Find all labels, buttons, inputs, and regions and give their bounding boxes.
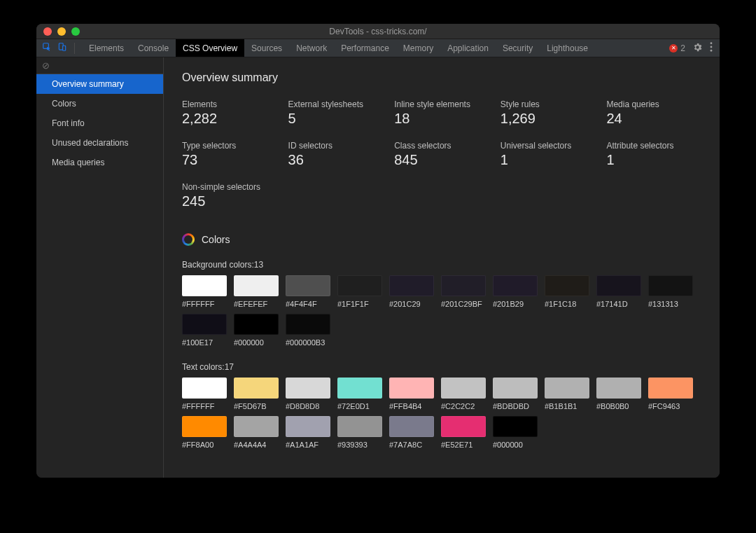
color-swatch[interactable]: #A1A1AF bbox=[286, 416, 330, 449]
color-swatch[interactable]: #201B29 bbox=[493, 275, 538, 308]
color-swatch[interactable]: #FC9463 bbox=[648, 378, 693, 410]
tab-css-overview[interactable]: CSS Overview bbox=[176, 39, 244, 57]
color-swatch[interactable]: #EFEFEF bbox=[234, 275, 279, 308]
sidebar-item-unused-declarations[interactable]: Unused declarations bbox=[36, 133, 163, 153]
tab-application[interactable]: Application bbox=[440, 39, 496, 57]
tab-console[interactable]: Console bbox=[131, 39, 176, 57]
inspect-icon[interactable] bbox=[42, 42, 52, 54]
color-swatch[interactable]: #A4A4A4 bbox=[234, 416, 279, 449]
colors-section-title: Colors bbox=[202, 234, 230, 245]
color-swatch[interactable]: #7A7A8C bbox=[389, 416, 434, 449]
stat-value: 1 bbox=[606, 152, 706, 168]
gear-icon[interactable] bbox=[692, 42, 703, 55]
svg-point-4 bbox=[710, 46, 713, 48]
color-swatch[interactable]: #C2C2C2 bbox=[441, 378, 486, 410]
swatch-chip bbox=[234, 378, 279, 399]
tab-memory[interactable]: Memory bbox=[396, 39, 440, 57]
color-swatch[interactable]: #100E17 bbox=[182, 314, 227, 347]
color-swatch[interactable]: #FFFFFF bbox=[182, 275, 227, 308]
color-swatch[interactable]: #FFB4B4 bbox=[389, 378, 434, 410]
color-swatch[interactable]: #D8D8D8 bbox=[286, 378, 330, 410]
swatch-chip bbox=[389, 378, 434, 399]
color-swatch[interactable]: #000000 bbox=[234, 314, 279, 347]
stat-inline-style-elements: Inline style elements18 bbox=[394, 99, 493, 127]
background-colors-label: Background colors:13 bbox=[182, 260, 706, 270]
device-toggle-icon[interactable] bbox=[57, 42, 67, 54]
svg-rect-2 bbox=[63, 46, 66, 50]
swatch-label: #BDBDBD bbox=[493, 402, 538, 410]
stat-label: Non-simple selectors bbox=[182, 182, 281, 192]
sidebar-item-colors[interactable]: Colors bbox=[36, 94, 163, 113]
swatch-chip bbox=[286, 378, 330, 399]
stat-non-simple-selectors: Non-simple selectors245 bbox=[182, 182, 281, 209]
sidebar-item-media-queries[interactable]: Media queries bbox=[36, 153, 163, 172]
swatch-chip bbox=[286, 416, 330, 437]
color-swatch[interactable]: #201C29 bbox=[389, 275, 434, 308]
tab-network[interactable]: Network bbox=[289, 39, 334, 57]
sidebar-item-overview-summary[interactable]: Overview summary bbox=[36, 74, 163, 94]
color-swatch[interactable]: #F5D67B bbox=[234, 378, 279, 410]
tab-lighthouse[interactable]: Lighthouse bbox=[540, 39, 595, 57]
swatch-label: #D8D8D8 bbox=[286, 402, 330, 410]
color-swatch[interactable]: #FF8A00 bbox=[182, 416, 227, 449]
minimize-window-button[interactable] bbox=[57, 27, 66, 36]
swatch-label: #FFFFFF bbox=[182, 402, 227, 410]
color-swatch[interactable]: #4F4F4F bbox=[286, 275, 330, 308]
swatch-label: #100E17 bbox=[182, 338, 227, 347]
swatch-label: #C2C2C2 bbox=[441, 402, 486, 410]
swatch-label: #B0B0B0 bbox=[596, 402, 641, 410]
color-swatch[interactable]: #E52E71 bbox=[441, 416, 486, 449]
stat-value: 18 bbox=[394, 111, 493, 127]
stat-elements: Elements2,282 bbox=[182, 99, 281, 127]
error-icon: ✕ bbox=[669, 44, 678, 53]
swatch-label: #1F1F1F bbox=[337, 300, 382, 308]
sidebar-item-font-info[interactable]: Font info bbox=[36, 113, 163, 133]
swatch-label: #EFEFEF bbox=[234, 300, 279, 308]
stat-label: Universal selectors bbox=[500, 141, 600, 151]
tab-elements[interactable]: Elements bbox=[82, 39, 131, 57]
close-window-button[interactable] bbox=[43, 27, 52, 36]
stat-value: 36 bbox=[288, 152, 388, 168]
text-swatch-row: #FFFFFF#F5D67B#D8D8D8#72E0D1#FFB4B4#C2C2… bbox=[182, 378, 706, 449]
error-counter[interactable]: ✕ 2 bbox=[669, 43, 685, 53]
color-swatch[interactable]: #FFFFFF bbox=[182, 378, 227, 410]
swatch-chip bbox=[648, 378, 693, 399]
clear-icon[interactable]: ⊘ bbox=[42, 60, 50, 71]
swatch-label: #201C29 bbox=[389, 300, 434, 308]
swatch-chip bbox=[648, 275, 693, 296]
color-swatch[interactable]: #17141D bbox=[596, 275, 641, 308]
stats-grid: Elements2,282External stylesheets5Inline… bbox=[182, 99, 706, 209]
swatch-label: #000000B3 bbox=[286, 338, 330, 347]
swatch-chip bbox=[234, 275, 279, 296]
swatch-chip bbox=[596, 275, 641, 296]
stat-external-stylesheets: External stylesheets5 bbox=[288, 99, 388, 127]
color-swatch[interactable]: #1F1C18 bbox=[545, 275, 589, 308]
color-swatch[interactable]: #B1B1B1 bbox=[545, 378, 589, 410]
fullscreen-window-button[interactable] bbox=[71, 27, 80, 36]
color-swatch[interactable]: #000000 bbox=[493, 416, 538, 449]
tab-sources[interactable]: Sources bbox=[244, 39, 289, 57]
color-swatch[interactable]: #BDBDBD bbox=[493, 378, 538, 410]
swatch-chip bbox=[286, 314, 330, 335]
stat-value: 1 bbox=[500, 152, 600, 168]
swatch-label: #FF8A00 bbox=[182, 441, 227, 449]
stat-type-selectors: Type selectors73 bbox=[182, 141, 281, 168]
color-swatch[interactable]: #1F1F1F bbox=[337, 275, 382, 308]
stat-value: 5 bbox=[288, 111, 388, 127]
color-swatch[interactable]: #B0B0B0 bbox=[596, 378, 641, 410]
color-ring-icon bbox=[182, 233, 195, 246]
svg-point-3 bbox=[710, 42, 713, 44]
tab-performance[interactable]: Performance bbox=[334, 39, 396, 57]
swatch-label: #F5D67B bbox=[234, 402, 279, 410]
swatch-chip bbox=[493, 378, 538, 399]
color-swatch[interactable]: #201C29BF bbox=[441, 275, 486, 308]
color-swatch[interactable]: #939393 bbox=[337, 416, 382, 449]
tab-security[interactable]: Security bbox=[496, 39, 540, 57]
swatch-label: #FFFFFF bbox=[182, 300, 227, 308]
kebab-icon[interactable] bbox=[710, 42, 713, 54]
swatch-chip bbox=[545, 275, 589, 296]
color-swatch[interactable]: #000000B3 bbox=[286, 314, 330, 347]
color-swatch[interactable]: #131313 bbox=[648, 275, 693, 308]
swatch-label: #000000 bbox=[234, 338, 279, 347]
color-swatch[interactable]: #72E0D1 bbox=[337, 378, 382, 410]
